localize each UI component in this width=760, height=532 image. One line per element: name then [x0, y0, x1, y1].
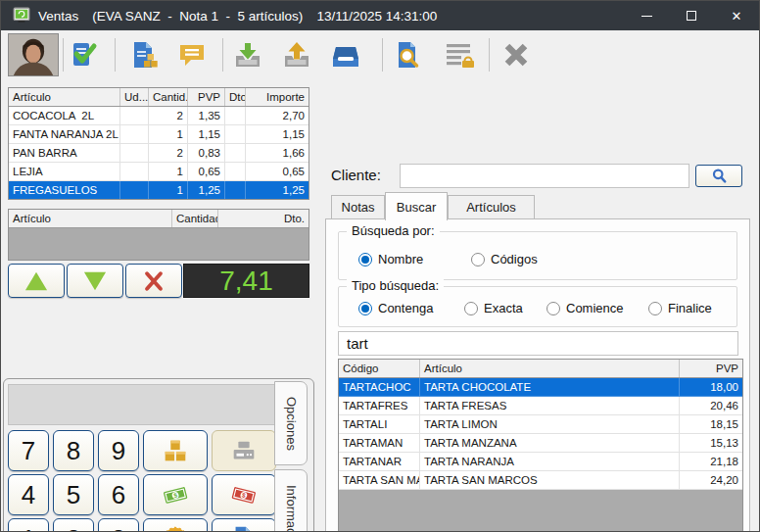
table-cell: 18,15 — [680, 415, 742, 434]
key-3[interactable]: 3 — [98, 518, 139, 532]
units-button[interactable] — [143, 430, 208, 471]
table-row[interactable]: PAN BARRA20,831,66 — [9, 144, 309, 163]
table-row[interactable]: TARTAFRESTARTA FRESAS20,46 — [339, 397, 742, 415]
table-row[interactable]: TARTALITARTA LIMON18,15 — [339, 415, 742, 434]
table-cell: TARTA MANZANA — [420, 434, 680, 453]
article-search-input[interactable] — [338, 331, 738, 356]
money-in-button[interactable]: $ — [143, 474, 208, 515]
table-cell: PAN BARRA — [9, 144, 120, 163]
pending-table-header: Artículo Cantidad Dto. — [9, 210, 309, 228]
pending-lines-table: Artículo Cantidad Dto. — [8, 209, 309, 261]
column-header: Dto. — [225, 88, 246, 106]
toolbar-separator — [115, 38, 116, 72]
print-button[interactable] — [328, 35, 363, 74]
key-7[interactable]: 7 — [8, 430, 49, 471]
tab-notas[interactable]: Notas — [331, 195, 385, 219]
radio-exacta[interactable]: Exacta — [464, 301, 523, 315]
table-cell — [120, 181, 149, 200]
keypad-panel: 7 8 9 — [3, 378, 314, 532]
article-list-button[interactable] — [441, 35, 476, 74]
radio-codigos[interactable]: Códigos — [471, 252, 538, 266]
radio-contenga[interactable]: Contenga — [358, 301, 433, 315]
note-discount-icon: % — [229, 524, 259, 532]
table-cell — [120, 144, 149, 163]
minimize-icon — [641, 16, 652, 17]
close-button[interactable]: ✕ — [714, 1, 759, 30]
line-up-button[interactable] — [8, 264, 65, 298]
search-document-icon — [392, 39, 423, 71]
recover-note-button[interactable] — [279, 35, 314, 74]
table-cell — [225, 181, 246, 200]
radio-finalice[interactable]: Finalice — [648, 301, 712, 315]
maximize-icon — [687, 11, 696, 21]
results-table-empty — [339, 490, 742, 532]
radio-comience[interactable]: Comience — [546, 301, 624, 315]
table-row[interactable]: LEJIA10,650,65 — [9, 163, 309, 181]
window-title-app: Ventas — [38, 9, 78, 24]
new-document-icon — [127, 39, 159, 71]
table-cell: TARTA SAN MA... — [339, 471, 420, 490]
table-cell: TARTACHOC — [339, 378, 420, 397]
column-header: Artículo — [9, 88, 120, 106]
search-document-button[interactable] — [390, 35, 425, 74]
table-cell: 20,46 — [680, 397, 742, 415]
key-9[interactable]: 9 — [98, 430, 139, 471]
radio-label: Exacta — [484, 301, 523, 315]
new-document-button[interactable] — [125, 35, 161, 74]
maximize-button[interactable] — [669, 1, 714, 30]
note-discount-button[interactable]: % — [212, 518, 276, 532]
key-1[interactable]: 1 — [8, 518, 49, 532]
column-header: Artículo — [9, 210, 172, 227]
key-8[interactable]: 8 — [53, 430, 94, 471]
discount-percent-icon: % — [161, 524, 190, 532]
key-4[interactable]: 4 — [8, 474, 49, 515]
comment-button[interactable] — [174, 35, 210, 74]
cancel-icon — [500, 39, 532, 71]
user-avatar[interactable] — [8, 33, 59, 76]
tab-informacion[interactable]: Información — [274, 469, 308, 532]
key-6[interactable]: 6 — [98, 474, 139, 515]
table-cell: TARTA LIMON — [420, 415, 680, 434]
discount-button[interactable]: % — [143, 518, 208, 532]
results-table: Código Artículo PVP TARTACHOCTARTA CHOCO… — [338, 359, 743, 532]
save-note-button[interactable] — [230, 35, 265, 74]
client-label: Cliente: — [331, 167, 381, 183]
money-out-button[interactable]: $ — [212, 474, 276, 515]
radio-icon — [464, 302, 478, 315]
article-list-icon — [443, 39, 474, 71]
table-row[interactable]: FANTA NARANJA 2L11,151,15 — [9, 125, 309, 144]
arrow-up-icon — [22, 269, 51, 293]
line-down-button[interactable] — [67, 264, 123, 298]
order-table-body: COCACOLA 2L21,352,70FANTA NARANJA 2L11,1… — [9, 107, 309, 200]
table-cell — [225, 163, 246, 181]
tab-buscar[interactable]: Buscar — [385, 192, 448, 220]
cancel-button[interactable] — [499, 35, 534, 74]
radio-nombre[interactable]: Nombre — [358, 252, 423, 266]
key-2[interactable]: 2 — [53, 518, 94, 532]
client-input[interactable] — [400, 164, 689, 188]
table-row[interactable]: TARTAMANTARTA MANZANA15,13 — [339, 434, 742, 453]
tab-articulos[interactable]: Artículos — [448, 195, 535, 219]
table-row[interactable]: TARTANARTARTA NARANJA21,18 — [339, 453, 742, 471]
table-cell: TARTAFRES — [339, 397, 420, 415]
table-row[interactable]: COCACOLA 2L21,352,70 — [9, 107, 309, 125]
key-5[interactable]: 5 — [53, 474, 94, 515]
table-cell: 1,15 — [188, 125, 225, 144]
column-header: Importe — [246, 88, 309, 106]
search-type-groupbox: Tipo búsqueda: Contenga Exacta Comience … — [338, 286, 737, 327]
recover-note-icon — [281, 39, 312, 71]
table-cell: COCACOLA 2L — [9, 107, 120, 125]
cash-drawer-button — [212, 430, 276, 471]
table-cell: 0,65 — [246, 163, 309, 181]
table-cell — [120, 163, 149, 181]
confirm-note-button[interactable] — [65, 35, 100, 74]
close-icon: ✕ — [732, 9, 742, 24]
table-row[interactable]: FREGASUELOS11,251,25 — [9, 181, 309, 200]
tab-opciones[interactable]: Opciones — [274, 381, 308, 465]
table-cell: 1,15 — [246, 125, 309, 144]
table-row[interactable]: TARTA SAN MA...TARTA SAN MARCOS24,20 — [339, 471, 742, 490]
delete-line-button[interactable] — [125, 264, 182, 298]
table-row[interactable]: TARTACHOCTARTA CHOCOLATE18,00 — [339, 378, 742, 397]
minimize-button[interactable] — [624, 1, 669, 30]
client-search-button[interactable] — [695, 165, 742, 187]
